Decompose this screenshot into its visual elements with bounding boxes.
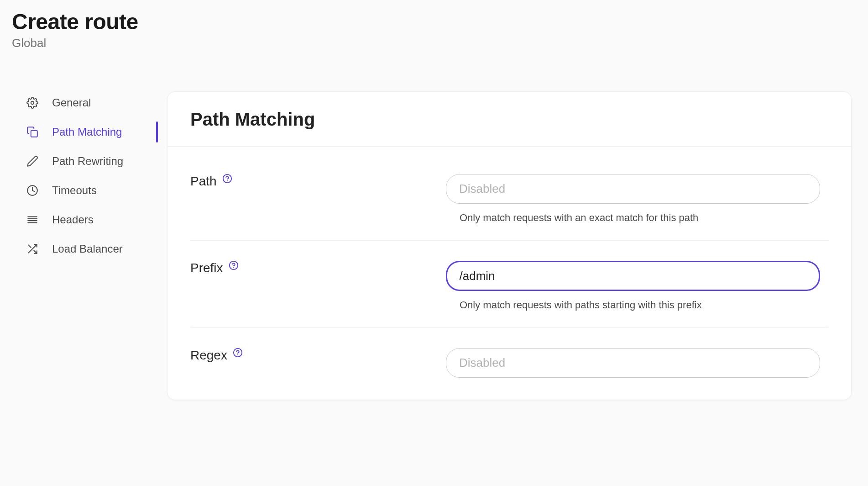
path-label: Path — [190, 174, 217, 189]
help-icon[interactable] — [233, 348, 243, 358]
sidebar-item-path-matching[interactable]: Path Matching — [26, 121, 167, 143]
sidebar-item-general[interactable]: General — [26, 91, 167, 114]
form-row-path: Path Only match requests with an exact m… — [190, 154, 828, 241]
sidebar-item-label: Timeouts — [52, 184, 97, 197]
shuffle-icon — [26, 242, 39, 256]
copy-icon — [26, 125, 39, 139]
sidebar-item-label: Headers — [52, 213, 94, 226]
sidebar-item-label: General — [52, 96, 91, 109]
form-row-regex: Regex — [190, 328, 828, 381]
page-subtitle: Global — [12, 36, 856, 50]
sidebar-item-timeouts[interactable]: Timeouts — [26, 179, 167, 202]
path-hint: Only match requests with an exact match … — [460, 212, 820, 224]
help-icon[interactable] — [222, 174, 232, 184]
sidebar-item-label: Load Balancer — [52, 243, 123, 255]
path-input[interactable] — [446, 174, 820, 204]
panel-title: Path Matching — [167, 92, 851, 147]
svg-line-9 — [28, 245, 31, 247]
sidebar-item-path-rewriting[interactable]: Path Rewriting — [26, 150, 167, 173]
svg-rect-1 — [31, 131, 37, 137]
gear-icon — [26, 96, 39, 110]
list-icon — [26, 213, 39, 227]
clock-icon — [26, 184, 39, 197]
help-icon[interactable] — [229, 260, 239, 270]
regex-input[interactable] — [446, 348, 820, 378]
sidebar: General Path Matching Path Rewriting Tim… — [12, 91, 167, 400]
prefix-hint: Only match requests with paths starting … — [460, 299, 820, 311]
svg-point-0 — [31, 101, 34, 105]
sidebar-item-label: Path Matching — [52, 126, 122, 138]
sidebar-item-headers[interactable]: Headers — [26, 208, 167, 231]
sidebar-item-label: Path Rewriting — [52, 155, 123, 168]
prefix-input[interactable] — [446, 261, 820, 291]
main-panel: Path Matching Path Only match requests w… — [167, 91, 852, 400]
prefix-label: Prefix — [190, 261, 223, 275]
page-title: Create route — [12, 9, 856, 34]
sidebar-item-load-balancer[interactable]: Load Balancer — [26, 238, 167, 260]
pencil-icon — [26, 154, 39, 168]
regex-label: Regex — [190, 348, 227, 363]
form-row-prefix: Prefix Only match requests with paths st… — [190, 241, 828, 328]
